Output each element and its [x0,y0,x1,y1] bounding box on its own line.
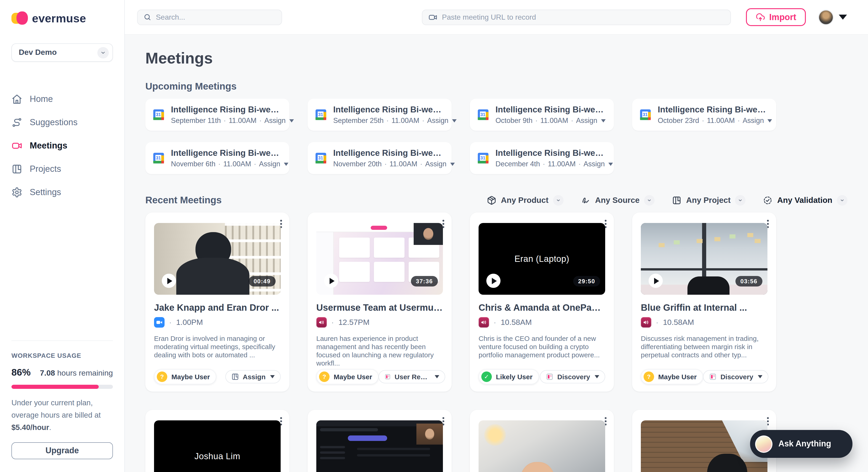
validation-badge[interactable]: ✓Likely User [478,369,539,384]
caret-down-icon[interactable] [839,14,847,20]
chevron-down-icon[interactable] [735,195,746,206]
video-thumbnail[interactable] [478,420,605,472]
meeting-date: September 11th [171,117,221,125]
project-kanban-icon [384,373,391,381]
upcoming-meeting-card[interactable]: 31 Intelligence Rising Bi-weekly... Nove… [145,142,289,174]
video-thumbnail[interactable]: 00:49 [154,223,281,295]
caret-down-icon [595,375,599,378]
account-menu[interactable] [818,9,847,25]
meeting-time: 11.00AM [392,117,420,125]
filter-any-project[interactable]: Any Project [672,195,746,206]
chevron-down-icon[interactable] [837,195,847,206]
meeting-date: September 25th [333,117,384,125]
play-icon[interactable] [649,274,663,288]
usage-progress-track [11,385,113,389]
upcoming-meeting-card[interactable]: 31 Intelligence Rising Bi-weekly... Sept… [308,99,452,131]
upcoming-meeting-card[interactable]: 31 Intelligence Rising Bi-weekly... Octo… [470,99,614,131]
usage-hours-label: hours remaining [55,369,113,377]
caret-down-icon [452,119,457,122]
validation-badge[interactable]: ?Maybe User [641,369,703,384]
video-thumbnail[interactable] [641,420,768,472]
upgrade-button[interactable]: Upgrade [11,442,113,459]
meeting-time: 1.00PM [176,318,203,327]
workspace-name: Dev Demo [19,48,57,57]
meeting-title: Intelligence Rising Bi-weekly... [171,148,282,158]
meeting-title: Jake Knapp and Eran Dror ... [154,303,281,313]
meeting-summary: Lauren has experience in product managem… [316,335,443,367]
assign-dropdown[interactable]: Assign [427,117,448,125]
sidebar-item-home[interactable]: Home [11,87,113,111]
play-icon[interactable] [486,274,500,288]
sidebar-item-meetings[interactable]: Meetings [11,134,113,157]
kanban-icon [11,163,22,174]
assign-dropdown[interactable]: Assign [584,160,605,168]
recent-meetings-header: Recent Meetings Any Product Any Source [145,194,847,206]
filter-any-validation[interactable]: Any Validation [763,195,847,206]
video-thumbnail[interactable] [316,420,443,472]
project-dropdown[interactable]: User Resea... [378,370,445,383]
ask-anything-button[interactable]: Ask Anything [750,430,852,458]
meeting-date: October 9th [495,117,532,125]
project-assign-dropdown[interactable]: Assign [225,370,281,383]
project-dropdown[interactable]: Discovery [703,370,768,383]
meeting-card[interactable]: 37:36 Usermuse Team at Usermuse... · 12.… [308,213,452,391]
meeting-title: Intelligence Rising Bi-weekly... [171,105,282,115]
meeting-title: Intelligence Rising Bi-weekly... [333,148,445,158]
video-thumbnail[interactable]: Joshua Lim [154,420,281,472]
filter-any-product[interactable]: Any Product [487,195,564,206]
video-thumbnail[interactable]: 37:36 [316,223,443,295]
audio-speaker-icon [641,317,651,327]
meeting-url-box[interactable] [422,9,731,25]
meeting-card[interactable] [308,410,452,472]
sidebar-item-settings[interactable]: Settings [11,181,113,204]
meeting-card[interactable]: Joshua Lim [145,410,289,472]
validation-badge[interactable]: ?Maybe User [316,369,378,384]
video-thumbnail[interactable]: 03:56 [641,223,768,295]
webcam-overlay [414,223,443,245]
kanban-icon [231,373,239,381]
meeting-card[interactable]: Eran (Laptop) 29:50 Chris & Amanda at On… [470,213,614,391]
validation-badge[interactable]: ?Maybe User [154,369,216,384]
assign-dropdown[interactable]: Assign [259,160,280,168]
upcoming-meeting-card[interactable]: 31 Intelligence Rising Bi-weekly... Octo… [632,99,776,131]
brand-logo[interactable]: evermuse [11,11,113,25]
meeting-title: Intelligence Rising Bi-weekly... [495,148,607,158]
meeting-card[interactable] [470,410,614,472]
duration-badge: 00:49 [249,276,276,286]
meeting-card[interactable]: 03:56 Blue Griffin at Internal ... · 10.… [632,213,776,391]
avatar[interactable] [818,9,834,25]
upcoming-meeting-card[interactable]: 31 Intelligence Rising Bi-weekly... Nove… [308,142,452,174]
usage-note-text: Under your current plan, overage hours a… [11,399,101,419]
chevron-down-icon[interactable] [553,195,564,206]
workspace-selector[interactable]: Dev Demo [11,43,113,62]
project-dropdown[interactable]: Discovery [540,370,605,383]
sidebar-item-suggestions[interactable]: Suggestions [11,111,113,134]
meeting-time: 10.58AM [663,318,694,327]
svg-text:31: 31 [318,155,323,160]
search-input[interactable] [156,13,276,21]
video-thumbnail[interactable]: Eran (Laptop) 29:50 [478,223,605,295]
chevron-down-icon[interactable] [644,195,655,206]
assign-dropdown[interactable]: Assign [576,117,597,125]
import-button[interactable]: Import [746,8,806,26]
search-box[interactable] [137,9,282,25]
meeting-title: Chris & Amanda at OnePane... [478,303,605,313]
svg-text:31: 31 [480,112,486,117]
upcoming-meeting-card[interactable]: 31 Intelligence Rising Bi-weekly... Sept… [145,99,289,131]
app-window: evermuse Dev Demo Home Suggestions [0,0,868,472]
assign-dropdown[interactable]: Assign [743,117,764,125]
meeting-card[interactable]: 00:49 Jake Knapp and Eran Dror ... · 1.0… [145,213,289,391]
meeting-url-input[interactable] [442,13,724,21]
assign-dropdown[interactable]: Assign [425,160,446,168]
svg-text:31: 31 [318,112,323,117]
sidebar-item-projects[interactable]: Projects [11,157,113,181]
upcoming-meeting-card[interactable]: 31 Intelligence Rising Bi-weekly... Dece… [470,142,614,174]
filter-any-source[interactable]: Any Source [581,195,655,206]
assign-dropdown[interactable]: Assign [265,117,286,125]
meeting-date: October 23rd [658,117,699,125]
play-icon[interactable] [324,274,338,288]
meetings-page: Meetings Upcoming Meetings 31 Intelligen… [125,35,868,472]
usage-progress-fill [11,385,99,389]
main-area: Import Meetings Upcoming Meetings 31 Int… [125,0,868,472]
play-icon[interactable] [162,274,176,288]
